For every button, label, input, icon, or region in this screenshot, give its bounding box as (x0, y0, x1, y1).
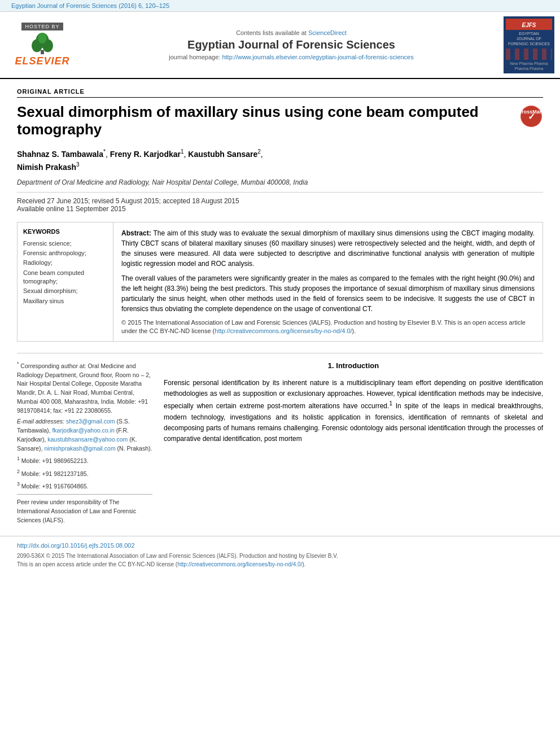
abstract-label: Abstract: (121, 229, 151, 237)
contents-line: Contents lists available at ScienceDirec… (85, 29, 498, 36)
crossmark-badge: ✓ CrossMark (520, 106, 543, 128)
email-2[interactable]: fkarjodkar@yahoo.co.in (52, 427, 114, 434)
journal-title-center: Contents lists available at ScienceDirec… (79, 29, 504, 60)
ejfs-bottom-text: New Pharma Pharma Pharma Pharma (506, 62, 552, 71)
authors-line: Shahnaz S. Tambawala*, Freny R. Karjodka… (17, 147, 543, 173)
section-divider (17, 353, 543, 353)
sciencedirect-link[interactable]: ScienceDirect (308, 29, 347, 36)
article-title-row: Sexual dimorphism of maxillary sinus usi… (17, 103, 543, 138)
abstract-para-1: Abstract: The aim of this study was to e… (121, 228, 535, 269)
available-date: Available online 11 September 2015 (17, 205, 543, 213)
journal-header: HOSTED BY ELSEVIER Contents lists availa… (0, 12, 560, 79)
abstract-para-2: The overall values of the parameters wer… (121, 273, 535, 314)
svg-point-4 (38, 33, 46, 43)
email-4[interactable]: nimishprakash@gmail.com (44, 445, 115, 452)
ejfs-abbr: EJFS (506, 19, 552, 30)
left-footnotes-col: * Corresponding author at: Oral Medicine… (17, 360, 152, 527)
keyword-5: Sexual dimorphism; (23, 287, 107, 295)
dates-section: Received 27 June 2015; revised 5 August … (17, 192, 543, 213)
author-1: Shahnaz S. Tambawala (17, 150, 103, 159)
affiliation: Department of Oral Medicine and Radiolog… (17, 178, 543, 186)
intro-section-title: 1. Introduction (164, 360, 543, 372)
svg-rect-0 (41, 50, 44, 55)
abstract-license: © 2015 The International Association of … (121, 318, 535, 336)
keywords-column: KEYWORDS Forensic science; Forensic anth… (18, 222, 113, 342)
ejfs-full-title: EGYPTIAN JOURNAL OF FORENSIC SCIENCES (508, 31, 550, 46)
bottom-license-line: 2090-536X © 2015 The International Assoc… (17, 552, 543, 569)
ejfs-logo-right: EJFS EGYPTIAN JOURNAL OF FORENSIC SCIENC… (504, 16, 554, 73)
author-2: Freny R. Karjodkar (110, 150, 181, 159)
elsevier-brand-text: ELSEVIER (15, 55, 69, 67)
keyword-6: Maxillary sinus (23, 297, 107, 305)
license-link[interactable]: http://creativecommons.org/licenses/by-n… (215, 327, 352, 334)
email-addresses-line: E-mail addresses: shez3@gmail.com (S.S. … (17, 417, 152, 453)
footnote-divider (17, 494, 152, 495)
keyword-3: Radiology; (23, 259, 107, 267)
elsevier-logo-section: HOSTED BY ELSEVIER (6, 20, 79, 69)
journal-main-title: Egyptian Journal of Forensic Sciences (85, 38, 498, 51)
svg-text:CrossMark: CrossMark (521, 109, 541, 115)
keyword-4: Cone beam computed tomography; (23, 269, 107, 286)
crossmark-icon: ✓ CrossMark (520, 106, 542, 127)
mobile-2: 2 Mobile: +91 9821237185. (17, 468, 152, 478)
homepage-url[interactable]: http://www.journals.elsevier.com/egyptia… (222, 54, 413, 60)
right-intro-col: 1. Introduction Forensic personal identi… (164, 360, 543, 527)
bottom-bar: http://dx.doi.org/10.1016/j.ejfs.2015.08… (0, 536, 560, 573)
mobile-1: 1 Mobile: +91 9869652213. (17, 455, 152, 465)
author-4: Nimish Prakash (17, 163, 76, 172)
hosted-by-badge: HOSTED BY (21, 23, 63, 30)
keywords-title: KEYWORDS (23, 228, 107, 235)
two-col-section: * Corresponding author at: Oral Medicine… (17, 360, 543, 527)
author-3: Kaustubh Sansare (188, 150, 257, 159)
main-content: ORIGINAL ARTICLE Sexual dimorphism of ma… (0, 79, 560, 536)
abstract-text-1: The aim of this study was to evaluate th… (121, 229, 535, 268)
abstract-column: Abstract: The aim of this study was to e… (113, 222, 542, 342)
journal-homepage-line: journal homepage: http://www.journals.el… (85, 54, 498, 60)
received-date: Received 27 June 2015; revised 5 August … (17, 197, 543, 205)
mobile-3: 3 Mobile: +91 9167604865. (17, 480, 152, 491)
keyword-2: Forensic anthropology; (23, 249, 107, 257)
article-type: ORIGINAL ARTICLE (17, 88, 543, 98)
elsevier-tree-icon (25, 33, 59, 55)
article-title: Sexual dimorphism of maxillary sinus usi… (17, 103, 515, 138)
corresponding-author-note: * Corresponding author at: Oral Medicine… (17, 360, 152, 415)
keyword-1: Forensic science; (23, 239, 107, 248)
intro-text: Forensic personal identification by its … (164, 378, 543, 444)
doi-url[interactable]: http://dx.doi.org/10.1016/j.ejfs.2015.08… (17, 542, 135, 549)
email-1[interactable]: shez3@gmail.com (66, 418, 115, 425)
doi-line: http://dx.doi.org/10.1016/j.ejfs.2015.08… (17, 541, 543, 551)
footnote-section: * Corresponding author at: Oral Medicine… (17, 360, 152, 525)
bottom-license-link[interactable]: http://creativecommons.org/licenses/by-n… (177, 561, 302, 567)
peer-review-note: Peer review under responsibility of The … (17, 498, 152, 525)
journal-reference-bar: Egyptian Journal of Forensic Sciences (2… (0, 0, 560, 12)
keywords-abstract-box: KEYWORDS Forensic science; Forensic anth… (17, 222, 543, 342)
journal-ref-text: Egyptian Journal of Forensic Sciences (2… (11, 2, 169, 9)
ejfs-decorative-bar (506, 49, 552, 60)
email-3[interactable]: kaustubhsansare@yahoo.com (47, 436, 128, 443)
